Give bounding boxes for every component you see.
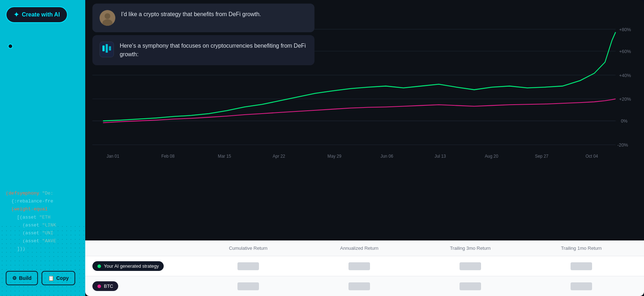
btc-dot [97,285,101,288]
code-line-3: (weight-equal [6,205,85,213]
code-line-2: {:rebalance-fre [6,197,85,205]
stats-row-btc: BTC [85,276,644,296]
btc-annualized-cell [304,282,415,290]
y-label-20: +20% [619,96,631,102]
ai-message-text: Here's a symphony that focuses on crypto… [120,42,307,59]
stats-table: Cumulative Return Annualized Return Trai… [85,240,644,296]
btc-badge-cell: BTC [92,281,193,291]
build-button[interactable]: ⚙ Build [6,271,38,285]
ai-logo-icon [102,43,112,56]
btc-trailing3mo-value [460,282,481,290]
right-panel: I'd like a crypto strategy that benefits… [85,0,644,296]
btc-cumulative-value [237,282,259,290]
create-ai-button[interactable]: ✦ Create with AI [6,6,68,23]
copy-label: Copy [56,275,69,281]
btc-badge: BTC [92,281,118,291]
btc-trailing1mo-value [571,282,592,290]
x-label-may29: May 29 [327,154,341,159]
copy-button[interactable]: 📋 Copy [42,271,75,285]
x-label-jul13: Jul 13 [434,154,446,159]
user-message-text: I'd like a crypto strategy that benefits… [121,10,261,19]
svg-rect-5 [109,46,111,51]
svg-rect-3 [102,46,105,51]
build-label: Build [19,275,32,281]
btc-trailing3mo-cell [415,282,526,290]
chat-overlay: I'd like a crypto strategy that benefits… [85,4,644,68]
stats-table-header: Cumulative Return Annualized Return Trai… [85,240,644,256]
ai-trailing1mo-value [571,262,592,270]
ai-strategy-badge: Your AI generated strategy [92,261,164,271]
build-icon: ⚙ [12,275,17,281]
ai-cumulative-value [237,262,259,270]
ai-annualized-cell [304,262,415,270]
ai-strategy-dot [97,264,101,268]
x-label-feb08: Feb 08 [161,154,174,159]
ai-avatar [100,42,114,57]
svg-rect-4 [106,44,108,53]
dots-background [0,224,85,296]
x-label-aug20: Aug 20 [485,154,498,159]
bottom-buttons: ⚙ Build 📋 Copy [6,271,75,285]
y-label-40: +40% [619,72,631,78]
x-label-sep27: Sep 27 [535,154,549,159]
user-avatar [100,10,115,26]
sparkle-icon: ✦ [14,11,19,19]
x-label-jun06: Jun 06 [380,154,393,159]
btc-trailing1mo-cell [526,282,637,290]
ai-annualized-value [349,262,370,270]
left-panel: ✦ Create with AI (defsymphony "De: {:reb… [0,0,85,296]
ai-strategy-badge-text: Your AI generated strategy [104,263,159,269]
ai-strategy-badge-cell: Your AI generated strategy [92,261,193,271]
x-label-oct04: Oct 04 [586,154,598,159]
ai-trailing3mo-cell [415,262,526,270]
connector-dot [8,44,13,49]
code-line-1: (defsymphony "De: [6,190,85,197]
user-chat-bubble: I'd like a crypto strategy that benefits… [92,4,314,32]
ai-trailing3mo-value [460,262,481,270]
y-label-neg20: -20% [617,142,628,148]
btc-cumulative-cell [193,282,304,290]
btc-badge-text: BTC [104,283,113,289]
create-ai-label: Create with AI [22,11,60,18]
code-line-4: [(asset "ETH [6,214,85,221]
y-label-0: 0% [621,118,628,124]
x-label-apr22: Apr 22 [273,154,285,159]
svg-point-1 [105,13,110,19]
btc-line [103,99,616,123]
x-label-jan01: Jan 01 [106,154,119,159]
stats-header-annualized: Annualized Return [304,245,415,251]
copy-icon: 📋 [48,275,54,281]
stats-header-cumulative: Cumulative Return [193,245,304,251]
btc-annualized-value [349,282,370,290]
stats-header-trailing1mo: Trailing 1mo Return [526,245,637,251]
stats-row-ai-strategy: Your AI generated strategy [85,256,644,276]
stats-header-trailing3mo: Trailing 3mo Return [415,245,526,251]
ai-chat-bubble: Here's a symphony that focuses on crypto… [92,35,314,65]
x-label-mar15: Mar 15 [218,154,231,159]
stats-header-empty [92,245,193,251]
ai-trailing1mo-cell [526,262,637,270]
ai-cumulative-cell [193,262,304,270]
